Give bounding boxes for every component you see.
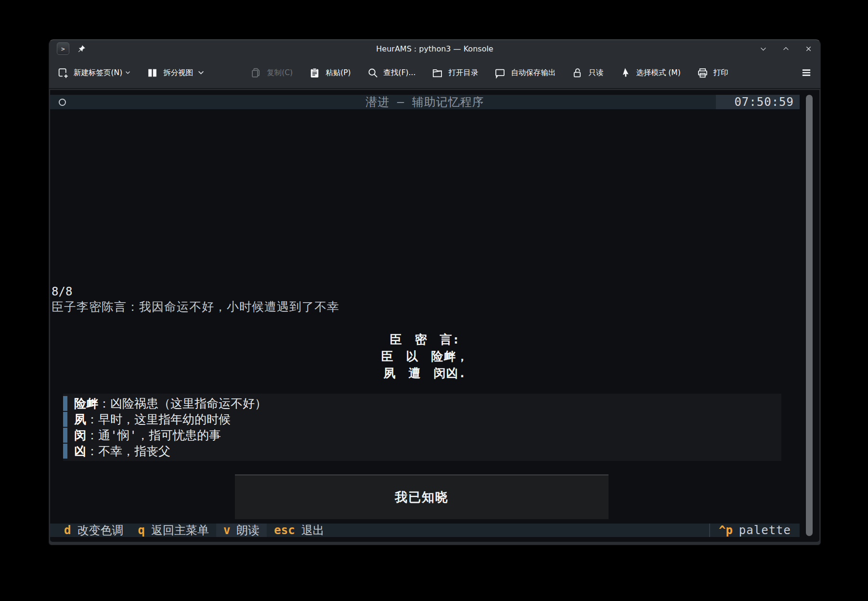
verse-line: 臣 以 险衅， xyxy=(50,348,800,365)
pin-icon[interactable] xyxy=(77,44,86,53)
copy-label: 复制(C) xyxy=(267,68,293,78)
annotation-term: 夙 xyxy=(74,412,86,426)
read-only-button[interactable]: 只读 xyxy=(571,67,603,79)
autosave-output-label: 自动保存输出 xyxy=(511,68,556,78)
maximize-icon[interactable] xyxy=(782,45,790,53)
copy-button: 复制(C) xyxy=(250,67,293,79)
toolbar: 新建标签页(N) 拆分视图 xyxy=(49,57,820,89)
split-view-icon xyxy=(146,67,158,79)
minimize-icon[interactable] xyxy=(759,45,767,53)
selection-mode-label: 选择模式 (M) xyxy=(636,68,680,78)
find-button[interactable]: 查找(F)... xyxy=(367,67,416,79)
annotation-line: 险衅：凶险祸患（这里指命运不好） xyxy=(63,396,781,411)
menu-button[interactable] xyxy=(800,66,813,79)
paste-icon xyxy=(309,67,321,79)
annotation-term: 凶 xyxy=(74,444,86,458)
terminal-view[interactable]: 潜进 – 辅助记忆程序 07:50:59 8/8 臣子李密陈言：我因命运不好，小… xyxy=(50,90,819,542)
key-label: 改变色调 xyxy=(77,523,123,538)
annotation-line: 夙：早时，这里指年幼的时候 xyxy=(63,412,781,427)
key-hint-palette[interactable]: ^p palette xyxy=(709,524,800,537)
titlebar[interactable]: > HeurAMS : python3 — Konsole xyxy=(49,40,820,57)
new-tab-icon xyxy=(57,67,69,79)
cursor-icon xyxy=(619,67,631,79)
annotations-panel: 险衅：凶险祸患（这里指命运不好） 夙：早时，这里指年幼的时候 闵：通'悯'，指可… xyxy=(63,394,781,461)
window-title: HeurAMS : python3 — Konsole xyxy=(49,44,820,53)
find-label: 查找(F)... xyxy=(384,68,416,78)
split-view-button[interactable]: 拆分视图 xyxy=(146,67,204,79)
hint-translation: 臣子李密陈言：我因命运不好，小时候遭遇到了不幸 xyxy=(52,299,339,315)
annotation-line: 闵：通'悯'，指可忧患的事 xyxy=(63,428,781,443)
progress-counter: 8/8 xyxy=(52,285,72,298)
open-directory-button[interactable]: 打开目录 xyxy=(431,67,478,79)
annotation-term: 闵 xyxy=(74,428,86,442)
folder-icon xyxy=(431,67,443,79)
paste-button[interactable]: 粘贴(P) xyxy=(309,67,350,79)
annotation-text: ：通'悯'，指可忧患的事 xyxy=(86,428,221,442)
split-view-label: 拆分视图 xyxy=(163,68,193,78)
chevron-down-icon[interactable] xyxy=(198,70,204,75)
acknowledge-button[interactable]: 我已知晓 xyxy=(235,474,609,519)
close-icon[interactable] xyxy=(804,45,813,53)
key-badge: v xyxy=(223,524,230,537)
print-button[interactable]: 打印 xyxy=(697,67,728,79)
search-icon xyxy=(367,67,379,79)
hamburger-icon xyxy=(800,66,813,79)
key-label: 朗读 xyxy=(236,523,259,538)
verse-line: 臣 密 言: xyxy=(50,331,800,348)
read-only-label: 只读 xyxy=(588,68,603,78)
verse-block: 臣 密 言: 臣 以 险衅， 夙 遭 闵凶. xyxy=(50,331,800,382)
print-label: 打印 xyxy=(713,68,728,78)
key-badge: esc xyxy=(274,524,295,537)
new-tab-button[interactable]: 新建标签页(N) xyxy=(57,67,130,79)
new-tab-label: 新建标签页(N) xyxy=(74,68,122,78)
verse-line: 夙 遭 闵凶. xyxy=(50,365,800,382)
key-badge: ^p xyxy=(719,524,733,537)
lock-icon xyxy=(571,67,583,79)
key-hint-read-aloud[interactable]: v 朗读 xyxy=(216,524,267,537)
paste-label: 粘贴(P) xyxy=(325,68,350,78)
key-hint-main-menu[interactable]: q 返回主菜单 xyxy=(130,524,216,537)
output-bubble-icon xyxy=(494,67,506,79)
key-hint-change-theme[interactable]: d 改变色调 xyxy=(57,524,130,537)
key-label: palette xyxy=(739,524,791,537)
konsole-app-icon: > xyxy=(57,42,69,55)
key-label: 返回主菜单 xyxy=(151,523,209,538)
annotation-term: 险衅 xyxy=(74,396,98,410)
annotation-text: ：不幸，指丧父 xyxy=(86,444,170,458)
chevron-down-icon[interactable] xyxy=(125,71,130,75)
key-badge: d xyxy=(64,524,71,537)
open-directory-label: 打开目录 xyxy=(448,68,478,78)
autosave-output-button[interactable]: 自动保存输出 xyxy=(494,67,556,79)
annotation-text: ：凶险祸患（这里指命运不好） xyxy=(98,396,267,410)
key-hint-exit[interactable]: esc 退出 xyxy=(267,524,331,537)
konsole-window: > HeurAMS : python3 — Konsole xyxy=(49,39,821,545)
annotation-line: 凶：不幸，指丧父 xyxy=(63,444,781,459)
copy-icon xyxy=(250,67,262,79)
tui-header: 潜进 – 辅助记忆程序 07:50:59 xyxy=(50,95,800,109)
annotation-text: ：早时，这里指年幼的时候 xyxy=(86,412,231,426)
key-badge: q xyxy=(138,524,144,537)
app-title: 潜进 – 辅助记忆程序 xyxy=(50,94,800,110)
selection-mode-button[interactable]: 选择模式 (M) xyxy=(619,67,680,79)
scrollbar[interactable] xyxy=(806,95,813,536)
key-label: 退出 xyxy=(301,523,324,538)
printer-icon xyxy=(697,67,709,79)
footer-keybar: d 改变色调 q 返回主菜单 v 朗读 esc 退出 ^p palette xyxy=(50,524,800,537)
